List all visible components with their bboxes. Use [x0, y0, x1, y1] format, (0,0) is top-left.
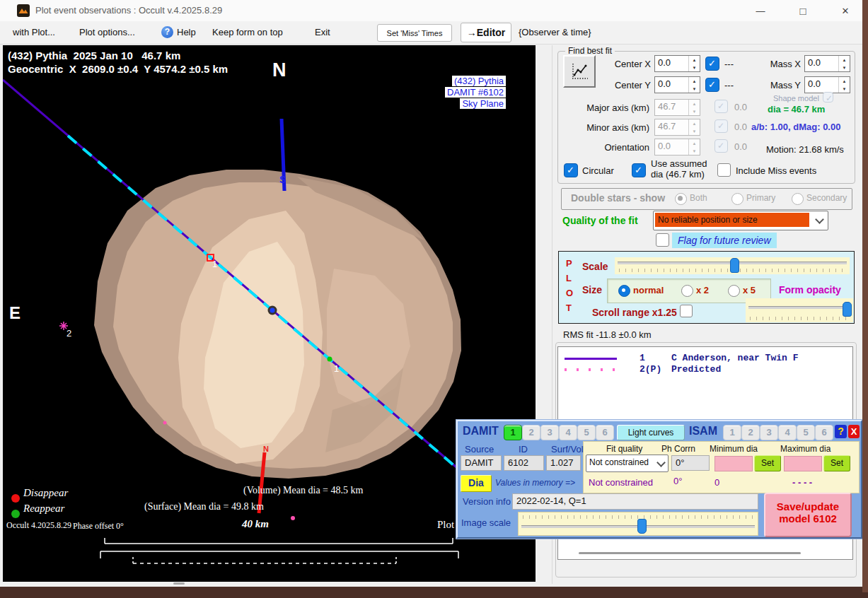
isam-tab-3[interactable]: 3 [760, 425, 778, 440]
menu-keep-on-top[interactable]: Keep form on top [212, 27, 283, 37]
isam-tab-2[interactable]: 2 [741, 425, 760, 440]
circular-checkbox[interactable] [564, 163, 578, 177]
shape-model-label: Shape model [773, 94, 819, 102]
isam-tab-4[interactable]: 4 [778, 425, 797, 440]
editor-button[interactable]: →Editor [461, 23, 511, 42]
form-opacity-label: Form opacity [779, 284, 841, 295]
include-miss-checkbox[interactable] [717, 163, 731, 177]
mass-x-value[interactable]: 0.0 [805, 56, 838, 71]
dia-button[interactable]: Dia [461, 475, 492, 492]
spin-down-icon[interactable]: ▼ [839, 85, 850, 93]
spin-up-icon[interactable]: ▲ [839, 77, 850, 85]
window-title: Plot event observations : Occult v.4.202… [35, 5, 222, 16]
plot-title-line2: Geocentric X 2609.0 ±0.4 Y 4574.2 ±0.5 k… [8, 63, 228, 75]
spin-up-icon[interactable]: ▲ [689, 77, 700, 85]
close-icon: X [851, 426, 857, 437]
set-miss-times-button[interactable]: Set 'Miss' Times [377, 24, 452, 42]
motion-text: Motion: 21.68 km/s [766, 144, 844, 155]
max-dia-header: Maximum dia [780, 444, 831, 454]
center-x-spinner[interactable]: 0.0 ▲▼ [654, 55, 700, 72]
predicted-dot [291, 516, 295, 520]
damit-help-button[interactable]: ? [835, 425, 847, 438]
minimize-button[interactable]: — [745, 1, 776, 20]
damit-tab-3[interactable]: 3 [540, 425, 559, 440]
volume-dia-text: (Volume) Mean dia = 48.5 km [243, 485, 363, 496]
form-opacity-slider-thumb[interactable] [843, 302, 852, 317]
mass-y-value[interactable]: 0.0 [805, 77, 838, 93]
plot-scale-slider[interactable] [615, 257, 850, 274]
fit-quality-dropdown[interactable]: Not constrained [586, 455, 669, 472]
double-stars-radio-secondary [792, 193, 804, 205]
damit-tab-6[interactable]: 6 [596, 425, 614, 440]
min-dia-set-button[interactable]: Set [754, 455, 781, 471]
mass-y-spinner[interactable]: 0.0 ▲▼ [804, 76, 850, 93]
observer-row[interactable]: 1 C Anderson, near Twin F [558, 353, 852, 364]
id-header: ID [519, 444, 528, 455]
menu-help[interactable]: Help [177, 27, 196, 37]
isam-tab-5[interactable]: 5 [797, 425, 815, 440]
menu-with-plot[interactable]: with Plot... [13, 27, 55, 37]
max-dia-set-button[interactable]: Set [823, 455, 850, 471]
spin-up-icon[interactable]: ▲ [689, 56, 700, 64]
size-x2-radio[interactable] [681, 285, 693, 297]
plot-scale-slider-thumb[interactable] [730, 258, 739, 273]
quality-dropdown[interactable]: No reliable position or size [653, 211, 828, 230]
version-info-field[interactable]: 2022-02-14, Q=1 [512, 493, 758, 510]
center-x-checkbox[interactable] [705, 57, 719, 71]
damit-tab-4[interactable]: 4 [559, 425, 577, 440]
menu-plot-options[interactable]: Plot options... [79, 27, 135, 37]
isam-tab-1[interactable]: 1 [723, 425, 741, 440]
desktop-edge-bottom [0, 592, 868, 598]
id-field[interactable]: 6102 [504, 455, 544, 471]
image-scale-slider-thumb[interactable] [637, 519, 647, 534]
center-y-checkbox[interactable] [705, 78, 719, 92]
observer-row[interactable]: 2(P) Predicted [558, 364, 852, 375]
center-y-spinner[interactable]: 0.0 ▲▼ [654, 76, 700, 93]
legend-reappear-label: Reappear [23, 503, 64, 515]
center-x-value[interactable]: 0.0 [655, 56, 688, 71]
damit-tab-5[interactable]: 5 [577, 425, 596, 440]
damit-tab-2[interactable]: 2 [522, 425, 540, 440]
phase-offset-label: Phase offset 0° [73, 521, 124, 532]
flag-review-label: Flag for future review [678, 235, 771, 246]
center-y-dash: --- [724, 80, 734, 90]
spin-up-icon[interactable]: ▲ [839, 56, 850, 64]
damit-tab-1[interactable]: 1 [504, 425, 522, 440]
ph-corr-field[interactable]: 0° [671, 455, 710, 471]
menu-bar: with Plot... Plot options... ? Help Keep… [0, 21, 862, 45]
fit-quality-header: Fit quality [606, 444, 642, 454]
isam-tab-6[interactable]: 6 [815, 425, 833, 440]
close-button[interactable]: ✕ [830, 1, 861, 20]
damit-close-button[interactable]: X [848, 425, 860, 438]
mass-y-spin-buttons[interactable]: ▲▼ [838, 77, 850, 93]
max-dia-field[interactable] [784, 456, 822, 471]
flag-review-checkbox[interactable] [656, 233, 669, 247]
shape-model-checkbox[interactable] [823, 92, 833, 102]
spin-down-icon[interactable]: ▼ [689, 85, 700, 93]
resize-gripper[interactable] [173, 582, 185, 585]
size-normal-radio[interactable] [618, 285, 630, 297]
use-assumed-checkbox[interactable] [632, 163, 646, 177]
center-y-value[interactable]: 0.0 [655, 77, 688, 93]
spin-down-icon[interactable]: ▼ [839, 64, 850, 71]
mass-x-label: Mass X [764, 59, 801, 69]
maximize-button[interactable]: □ [787, 1, 818, 20]
major-axis-err: 0.0 [734, 102, 747, 112]
light-curves-button[interactable]: Light curves [617, 425, 685, 440]
menu-exit[interactable]: Exit [315, 27, 330, 37]
image-scale-slider[interactable] [518, 512, 758, 536]
spin-down-icon[interactable]: ▼ [689, 64, 700, 71]
list-scrollbar[interactable] [579, 552, 801, 554]
fit-graph-button[interactable] [563, 55, 596, 88]
center-x-spin-buttons[interactable]: ▲▼ [688, 56, 700, 71]
save-update-button[interactable]: Save/update model 6102 [764, 493, 852, 537]
scroll-range-checkbox[interactable] [680, 305, 693, 317]
mass-x-spinner[interactable]: 0.0 ▲▼ [804, 55, 850, 72]
size-x5-radio[interactable] [728, 285, 740, 297]
memory-ph-corr: 0° [673, 476, 682, 486]
center-y-spin-buttons[interactable]: ▲▼ [688, 77, 700, 93]
mass-x-spin-buttons[interactable]: ▲▼ [838, 56, 850, 71]
min-dia-field[interactable] [714, 456, 753, 471]
major-axis-spinner: 46.7 ▲▼ [654, 99, 700, 116]
form-opacity-slider[interactable] [746, 298, 853, 322]
